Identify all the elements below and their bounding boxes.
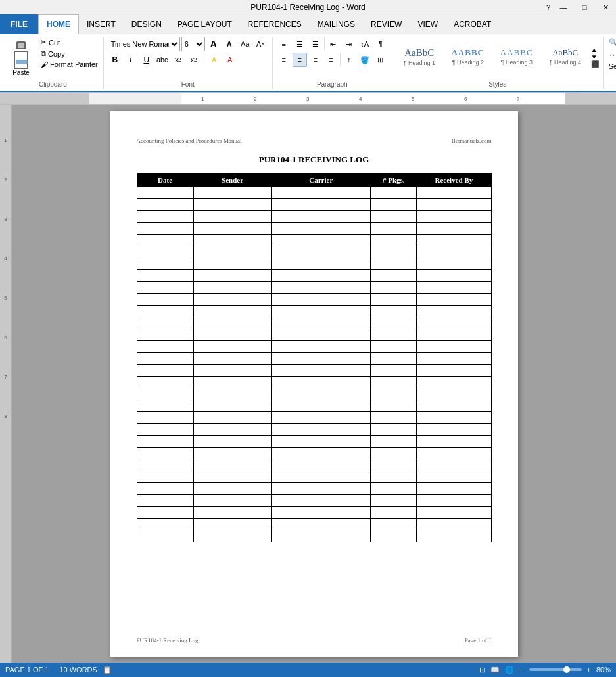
- find-button[interactable]: 🔍Find: [606, 37, 616, 48]
- table-cell[interactable]: [417, 341, 491, 353]
- subscript-button[interactable]: x2: [171, 53, 185, 67]
- font-shrink-button[interactable]: A: [222, 37, 237, 51]
- table-cell[interactable]: [193, 377, 272, 388]
- change-case-button[interactable]: Aa: [238, 37, 252, 51]
- minimize-button[interactable]: —: [553, 0, 574, 14]
- sort-button[interactable]: ↕A: [358, 37, 372, 51]
- table-cell[interactable]: [272, 495, 371, 507]
- table-cell[interactable]: [272, 400, 371, 412]
- shading-button[interactable]: 🪣: [358, 53, 372, 67]
- table-cell[interactable]: [193, 495, 272, 507]
- table-cell[interactable]: [137, 246, 193, 258]
- table-cell[interactable]: [371, 365, 417, 377]
- zoom-in-button[interactable]: +: [587, 666, 591, 674]
- table-cell[interactable]: [417, 471, 491, 483]
- table-cell[interactable]: [371, 377, 417, 388]
- table-cell[interactable]: [417, 448, 491, 459]
- tab-references[interactable]: REFERENCES: [240, 14, 310, 34]
- table-cell[interactable]: [272, 424, 371, 436]
- table-cell[interactable]: [272, 341, 371, 353]
- table-cell[interactable]: [193, 448, 272, 459]
- table-cell[interactable]: [417, 211, 491, 223]
- table-cell[interactable]: [272, 483, 371, 495]
- table-cell[interactable]: [272, 329, 371, 341]
- table-cell[interactable]: [137, 412, 193, 424]
- tab-acrobat[interactable]: ACROBAT: [446, 14, 499, 34]
- table-cell[interactable]: [193, 329, 272, 341]
- table-cell[interactable]: [193, 471, 272, 483]
- table-cell[interactable]: [371, 412, 417, 424]
- strikethrough-button[interactable]: abc: [155, 53, 170, 67]
- table-cell[interactable]: [193, 317, 272, 329]
- table-cell[interactable]: [371, 353, 417, 365]
- style-heading3[interactable]: AABBC ¶ Heading 3: [494, 37, 540, 76]
- justify-button[interactable]: ≡: [324, 53, 339, 67]
- table-cell[interactable]: [417, 187, 491, 199]
- bold-button[interactable]: B: [108, 53, 122, 67]
- show-paragraph-button[interactable]: ¶: [373, 37, 388, 51]
- table-cell[interactable]: [417, 246, 491, 258]
- tab-page-layout[interactable]: PAGE LAYOUT: [170, 14, 240, 34]
- table-cell[interactable]: [371, 436, 417, 448]
- table-cell[interactable]: [137, 507, 193, 519]
- table-cell[interactable]: [417, 483, 491, 495]
- table-cell[interactable]: [371, 317, 417, 329]
- table-cell[interactable]: [193, 270, 272, 282]
- table-cell[interactable]: [272, 199, 371, 211]
- table-cell[interactable]: [371, 341, 417, 353]
- table-cell[interactable]: [193, 507, 272, 519]
- align-center-button[interactable]: ≡: [293, 53, 307, 67]
- tab-insert[interactable]: INSERT: [79, 14, 124, 34]
- table-cell[interactable]: [193, 353, 272, 365]
- table-cell[interactable]: [272, 282, 371, 294]
- table-cell[interactable]: [417, 400, 491, 412]
- view-icon-print[interactable]: ⊡: [479, 666, 485, 674]
- table-cell[interactable]: [137, 400, 193, 412]
- text-highlight-button[interactable]: A: [207, 53, 222, 67]
- table-cell[interactable]: [371, 400, 417, 412]
- tab-home[interactable]: HOME: [38, 14, 79, 34]
- table-cell[interactable]: [137, 199, 193, 211]
- table-cell[interactable]: [417, 270, 491, 282]
- table-cell[interactable]: [193, 187, 272, 199]
- table-cell[interactable]: [137, 223, 193, 235]
- table-cell[interactable]: [193, 341, 272, 353]
- table-cell[interactable]: [137, 353, 193, 365]
- table-cell[interactable]: [272, 459, 371, 471]
- table-cell[interactable]: [272, 235, 371, 246]
- table-cell[interactable]: [193, 235, 272, 246]
- table-cell[interactable]: [272, 294, 371, 306]
- table-cell[interactable]: [137, 211, 193, 223]
- table-cell[interactable]: [417, 317, 491, 329]
- table-cell[interactable]: [371, 294, 417, 306]
- align-right-button[interactable]: ≡: [308, 53, 323, 67]
- table-cell[interactable]: [137, 270, 193, 282]
- font-color-button[interactable]: A: [223, 53, 237, 67]
- table-cell[interactable]: [371, 388, 417, 400]
- replace-button[interactable]: ↔Replace: [606, 49, 616, 60]
- table-cell[interactable]: [193, 223, 272, 235]
- table-cell[interactable]: [193, 365, 272, 377]
- line-spacing-button[interactable]: ↕: [342, 53, 356, 67]
- table-cell[interactable]: [272, 306, 371, 317]
- table-cell[interactable]: [193, 258, 272, 270]
- table-cell[interactable]: [193, 282, 272, 294]
- table-cell[interactable]: [193, 246, 272, 258]
- table-cell[interactable]: [137, 483, 193, 495]
- table-cell[interactable]: [272, 365, 371, 377]
- table-cell[interactable]: [371, 424, 417, 436]
- table-cell[interactable]: [417, 306, 491, 317]
- table-cell[interactable]: [137, 294, 193, 306]
- table-cell[interactable]: [137, 459, 193, 471]
- table-cell[interactable]: [417, 459, 491, 471]
- table-cell[interactable]: [371, 235, 417, 246]
- table-cell[interactable]: [193, 424, 272, 436]
- table-cell[interactable]: [417, 424, 491, 436]
- table-cell[interactable]: [371, 306, 417, 317]
- table-cell[interactable]: [137, 495, 193, 507]
- maximize-button[interactable]: □: [574, 0, 595, 14]
- table-cell[interactable]: [371, 258, 417, 270]
- table-cell[interactable]: [272, 507, 371, 519]
- table-cell[interactable]: [417, 282, 491, 294]
- table-cell[interactable]: [417, 495, 491, 507]
